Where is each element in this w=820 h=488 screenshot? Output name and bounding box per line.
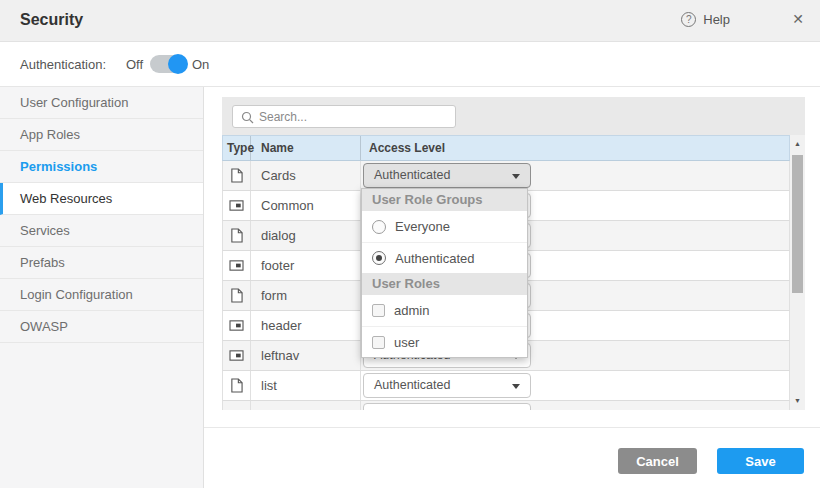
column-header-type: Type — [223, 136, 251, 160]
help-icon: ? — [681, 12, 696, 27]
radio-checked-icon — [372, 251, 386, 265]
cancel-button[interactable]: Cancel — [618, 448, 697, 474]
column-header-access-level: Access Level — [361, 136, 789, 160]
sidebar-item-permissions[interactable]: Permissions — [0, 151, 203, 183]
dropdown-option-admin[interactable]: admin — [362, 295, 527, 326]
chevron-down-icon — [512, 174, 520, 179]
scroll-up-icon[interactable]: ▲ — [790, 137, 805, 151]
sidebar-item-user-configuration[interactable]: User Configuration — [0, 87, 203, 119]
search-box — [232, 105, 456, 128]
sidebar-item-owasp[interactable]: OWASP — [0, 311, 203, 343]
footer-divider — [204, 427, 820, 428]
checkbox-unchecked-icon — [372, 336, 385, 349]
column-header-name: Name — [251, 136, 361, 160]
search-input[interactable] — [259, 106, 451, 127]
table-row: Cards Authenticated — [222, 161, 790, 191]
authentication-toggle[interactable] — [150, 55, 186, 73]
access-level-select[interactable] — [363, 403, 531, 410]
access-level-select[interactable]: Authenticated — [363, 163, 531, 188]
help-button[interactable]: ? Help — [681, 12, 730, 27]
sidebar-item-app-roles[interactable]: App Roles — [0, 119, 203, 151]
dropdown-option-everyone[interactable]: Everyone — [362, 211, 527, 242]
checkbox-unchecked-icon — [372, 304, 385, 317]
page-icon — [230, 228, 243, 243]
row-name: dialog — [251, 221, 361, 250]
scroll-down-icon[interactable]: ▼ — [790, 394, 805, 408]
row-name: leftnav — [251, 341, 361, 370]
table-row: list Authenticated — [222, 371, 790, 401]
row-name: form — [251, 281, 361, 310]
sidebar-item-login-configuration[interactable]: Login Configuration — [0, 279, 203, 311]
page-title: Security — [20, 11, 83, 29]
row-name: header — [251, 311, 361, 340]
dropdown-group-header: User Roles — [362, 273, 527, 295]
row-name: list — [251, 371, 361, 400]
page-icon — [230, 378, 243, 393]
dropdown-option-authenticated[interactable]: Authenticated — [362, 242, 527, 273]
table-scrollbar[interactable]: ▲ ▼ — [790, 135, 805, 410]
toggle-on-label: On — [192, 57, 209, 72]
chevron-down-icon — [512, 384, 520, 389]
search-icon — [241, 111, 254, 124]
page-icon — [230, 288, 243, 303]
page-icon — [230, 168, 243, 183]
radio-unchecked-icon — [372, 220, 386, 234]
sidebar-item-services[interactable]: Services — [0, 215, 203, 247]
help-label: Help — [703, 12, 730, 27]
dropdown-group-header: User Role Groups — [362, 189, 527, 211]
partial-page-icon — [229, 259, 244, 272]
close-icon[interactable]: ✕ — [792, 11, 804, 27]
row-name: Common — [251, 191, 361, 220]
toggle-knob — [168, 54, 188, 74]
save-button[interactable]: Save — [717, 448, 804, 474]
row-name: Cards — [251, 161, 361, 190]
row-name: footer — [251, 251, 361, 280]
security-dialog: Security ? Help ✕ Authentication: Off On… — [0, 0, 820, 488]
partial-page-icon — [229, 319, 244, 332]
partial-page-icon — [229, 349, 244, 362]
sidebar-item-web-resources[interactable]: Web Resources — [0, 183, 203, 215]
main-content: Type Name Access Level Cards — [204, 87, 820, 488]
dialog-body: User Configuration App Roles Permissions… — [0, 86, 820, 488]
sidebar: User Configuration App Roles Permissions… — [0, 87, 204, 488]
authentication-label: Authentication: — [20, 57, 106, 72]
scrollbar-thumb[interactable] — [792, 155, 803, 293]
table-toolbar — [222, 97, 805, 135]
toggle-off-label: Off — [126, 57, 143, 72]
table-header: Type Name Access Level — [222, 135, 790, 161]
access-level-dropdown-panel: User Role Groups Everyone Authenticated … — [361, 188, 528, 358]
sidebar-item-prefabs[interactable]: Prefabs — [0, 247, 203, 279]
dropdown-option-user[interactable]: user — [362, 326, 527, 357]
authentication-row: Authentication: Off On — [0, 42, 820, 86]
title-bar: Security ? Help ✕ — [0, 0, 820, 42]
table-row-partial — [222, 401, 790, 410]
partial-page-icon — [229, 199, 244, 212]
access-level-select[interactable]: Authenticated — [363, 373, 531, 398]
